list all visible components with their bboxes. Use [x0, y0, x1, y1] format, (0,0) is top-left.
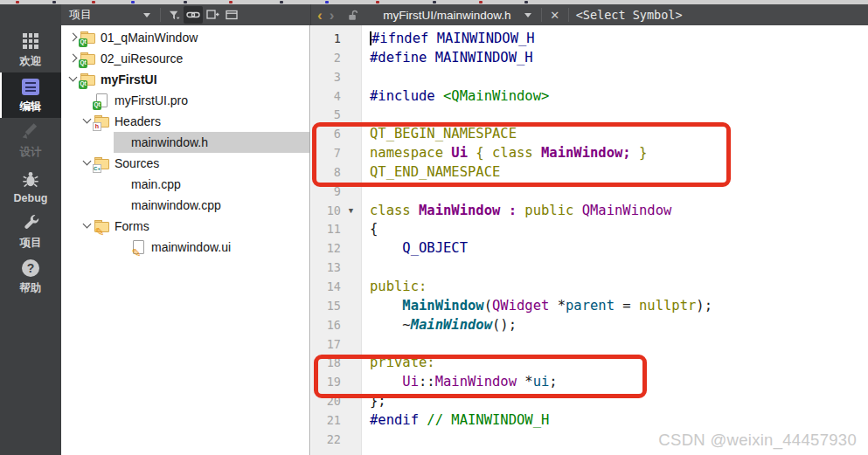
lock-button[interactable] — [343, 6, 362, 24]
fold-column — [341, 297, 361, 316]
folder-qt-icon: Qt — [80, 72, 96, 87]
code-line[interactable]: 13 — [311, 259, 868, 278]
sidebar-item-design: 设计 — [0, 118, 61, 163]
unlock-icon — [346, 9, 359, 22]
line-number: 1 — [311, 30, 341, 49]
sidebar-item-welcome[interactable]: 欢迎 — [0, 27, 61, 72]
code-line[interactable]: 17 — [311, 335, 868, 355]
qt-creator-window: { "nav_panel": { "title": "项目", "buttons… — [0, 0, 868, 455]
panel-dropdown-button[interactable] — [137, 6, 156, 24]
tree-row[interactable]: mainwindow.h — [61, 132, 309, 153]
fold-column — [341, 259, 361, 278]
line-number: 21 — [311, 411, 341, 431]
fold-column — [341, 68, 361, 87]
code-line[interactable]: 12 Q_OBJECT — [311, 239, 868, 259]
fold-column — [341, 411, 361, 431]
tree-row[interactable]: QtmyFirstUI.pro — [61, 90, 309, 111]
fold-column — [341, 239, 361, 259]
chevron-expanded-icon[interactable] — [80, 219, 94, 233]
folder-ui-icon: ✎ — [94, 219, 110, 234]
back-button[interactable]: ‹ — [314, 8, 326, 23]
file-ui-icon: ✎ — [131, 240, 147, 255]
symbol-selector[interactable]: <Select Symbol> — [576, 8, 683, 22]
code-line[interactable]: 15 MainWindow(QWidget *parent = nullptr)… — [311, 297, 868, 316]
code-line[interactable]: 3 — [311, 68, 868, 87]
tree-row[interactable]: hHeaders — [61, 111, 309, 132]
line-number: 15 — [311, 297, 341, 316]
tree-row[interactable]: ✎mainwindow.ui — [61, 237, 309, 258]
tree-row[interactable]: mainwindow.cpp — [61, 195, 309, 216]
code-text: { — [361, 220, 378, 239]
fold-column — [341, 49, 361, 68]
line-number: 17 — [311, 335, 341, 355]
open-file-name[interactable]: myFirstUI/mainwindow.h — [383, 9, 510, 22]
chevron-down-icon — [143, 13, 150, 17]
fold-column — [341, 30, 361, 49]
sidebar-item-edit[interactable]: 编辑 — [0, 72, 61, 118]
fold-marker-icon[interactable]: ▼ — [341, 202, 361, 221]
close-icon: ✕ — [550, 9, 559, 22]
sidebar-item-label: 欢迎 — [20, 54, 42, 69]
line-number: 2 — [311, 49, 341, 68]
line-number: 12 — [311, 239, 341, 259]
tree-item-label: 01_qMainWindow — [101, 31, 198, 45]
editor-toolbar: ‹ › myFirstUI/mainwindow.h ✕ <Select Sym… — [310, 4, 868, 25]
code-line[interactable]: 14public: — [311, 278, 868, 297]
tree-row[interactable]: Qt01_qMainWindow — [61, 27, 309, 48]
toolbar-separator — [160, 8, 161, 22]
tree-item-label: mainwindow.cpp — [131, 198, 221, 212]
code-text — [361, 431, 370, 450]
sidebar-item-projects[interactable]: 项目 — [0, 209, 61, 254]
panel-title: 项目 — [69, 7, 92, 23]
filter-button[interactable] — [164, 6, 184, 24]
sidebar-item-label: 项目 — [20, 236, 42, 251]
code-line[interactable]: 11{ — [311, 220, 868, 239]
annotation-box-namespace — [312, 122, 731, 187]
line-number: 10 — [311, 202, 341, 221]
code-text: Q_OBJECT — [361, 239, 468, 259]
code-line[interactable]: 1#ifndef MAINWINDOW_H — [311, 30, 868, 49]
chevron-down-icon — [524, 13, 531, 17]
project-tree-panel: Qt01_qMainWindowQt02_uiResourceQtmyFirst… — [61, 25, 310, 455]
pencil-icon — [20, 121, 41, 142]
toolbar-separator — [568, 8, 569, 22]
toolbar-seam — [310, 4, 311, 25]
file-pro-icon: Qt — [94, 93, 110, 108]
toolbar-separator — [541, 8, 542, 22]
forward-button[interactable]: › — [326, 8, 338, 23]
project-tree: Qt01_qMainWindowQt02_uiResourceQtmyFirst… — [61, 27, 309, 258]
tree-row[interactable]: ✎Forms — [61, 216, 309, 237]
sidebar-item-help[interactable]: ? 帮助 — [0, 254, 61, 300]
folder-qt-icon: Qt — [80, 31, 96, 45]
tree-row[interactable]: Qt02_uiResource — [61, 48, 309, 69]
code-line[interactable]: 10▼class MainWindow : public QMainWindow — [311, 202, 868, 221]
code-line[interactable]: 16 ~MainWindow(); — [311, 316, 868, 335]
file-dropdown-button[interactable] — [518, 6, 538, 24]
code-line[interactable]: 4#include <QMainWindow> — [311, 87, 868, 107]
code-line[interactable]: 2#define MAINWINDOW_H — [311, 49, 868, 68]
link-with-editor-button[interactable] — [184, 6, 203, 24]
close-panel-button[interactable] — [222, 6, 241, 24]
line-number: 4 — [311, 87, 341, 107]
code-text: #ifndef MAINWINDOW_H — [361, 30, 535, 49]
code-text: ~MainWindow(); — [361, 316, 517, 335]
tree-row[interactable]: QtmyFirstUI — [61, 69, 309, 90]
code-line[interactable]: 21#endif // MAINWINDOW_H — [311, 411, 868, 431]
document-icon — [20, 76, 41, 97]
folder-qt-icon: Qt — [80, 52, 96, 66]
split-panel-button[interactable] — [203, 6, 222, 24]
tree-row[interactable]: main.cpp — [61, 174, 309, 195]
window-top-edge — [0, 0, 868, 4]
sidebar-item-debug[interactable]: Debug — [0, 163, 61, 209]
code-text — [361, 259, 370, 278]
link-icon — [186, 8, 200, 22]
tree-item-label: main.cpp — [131, 177, 181, 191]
fold-column — [341, 431, 361, 450]
fold-column — [341, 335, 361, 355]
close-document-button[interactable]: ✕ — [545, 6, 565, 24]
bug-icon — [20, 169, 41, 190]
tree-row[interactable]: C+Sources — [61, 153, 309, 174]
line-number: 13 — [311, 259, 341, 278]
wrench-icon — [20, 212, 41, 233]
tree-item-label: 02_uiResource — [101, 52, 183, 65]
